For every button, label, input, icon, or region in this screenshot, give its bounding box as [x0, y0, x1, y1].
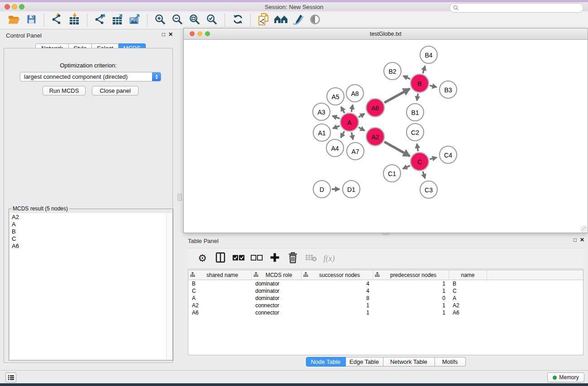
node-A8[interactable]: A8 — [346, 85, 363, 102]
table-row[interactable]: Bdominator41B — [188, 280, 583, 287]
memory-button[interactable]: Memory — [547, 372, 584, 382]
zoom-in-button[interactable] — [152, 13, 169, 28]
result-scrollbar[interactable] — [166, 213, 172, 359]
hide-annotations-button[interactable] — [289, 13, 306, 28]
edge-A-A7[interactable] — [352, 133, 353, 140]
import-table-button[interactable] — [66, 13, 83, 28]
zoom-out-button[interactable] — [169, 13, 186, 28]
mcds-result-item[interactable]: A6 — [10, 243, 166, 250]
column-header-MCDS-role[interactable]: MCDS role — [252, 270, 301, 280]
node-B3[interactable]: B3 — [440, 81, 457, 98]
edge-A-A3[interactable] — [332, 116, 339, 119]
import-network-button[interactable] — [48, 13, 66, 28]
edge-C-C3[interactable] — [423, 172, 425, 178]
open-session-button[interactable] — [5, 13, 23, 28]
tab-network-table[interactable]: Network Table — [383, 357, 435, 367]
tab-node-table[interactable]: Node Table — [306, 357, 346, 367]
home-button[interactable] — [272, 13, 289, 28]
node-A1[interactable]: A1 — [313, 124, 330, 141]
mcds-result-item[interactable]: B — [10, 228, 166, 235]
edge-C-C1[interactable] — [403, 166, 410, 169]
edge-B-B3[interactable] — [430, 86, 437, 87]
export-table-button[interactable] — [109, 13, 126, 28]
mcds-result-item[interactable]: A2 — [10, 214, 166, 221]
edge-A-A1[interactable] — [333, 126, 339, 129]
table-row[interactable]: A2connector11A2 — [188, 302, 583, 309]
node-A3[interactable]: A3 — [313, 103, 330, 120]
node-C1[interactable]: C1 — [383, 165, 401, 182]
select-all-button[interactable] — [230, 250, 247, 267]
delete-columns-button[interactable] — [285, 250, 301, 267]
tab-edge-table[interactable]: Edge Table — [346, 357, 383, 367]
column-header-predecessor-nodes[interactable]: predecessor nodes — [373, 270, 449, 280]
zoom-fit-button[interactable] — [186, 13, 203, 28]
close-panel-icon[interactable]: ✕ — [168, 31, 173, 38]
zoom-selected-button[interactable] — [203, 13, 220, 28]
graphics-details-button[interactable] — [306, 13, 324, 28]
edge-A-A8[interactable] — [351, 105, 353, 112]
search-input[interactable] — [461, 4, 583, 12]
gear-icon: ⚙ — [198, 253, 207, 263]
node-A4[interactable]: A4 — [326, 139, 344, 157]
node-D[interactable]: D — [313, 181, 330, 198]
node-C2[interactable]: C2 — [406, 124, 424, 141]
edge-A-A2[interactable] — [359, 127, 364, 131]
node-D1[interactable]: D1 — [343, 181, 360, 198]
edge-A2-C[interactable] — [384, 142, 410, 156]
edge-C-C4[interactable] — [430, 157, 436, 159]
table-settings-button[interactable]: ⚙ — [194, 250, 210, 267]
vertical-splitter-handle[interactable] — [177, 194, 182, 201]
node-A[interactable]: A — [340, 113, 359, 131]
create-column-button[interactable] — [267, 250, 283, 267]
node-C4[interactable]: C4 — [440, 146, 457, 163]
export-image-button[interactable] — [126, 13, 143, 28]
search-box[interactable] — [449, 3, 583, 13]
node-A2[interactable]: A2 — [366, 128, 384, 146]
node-C[interactable]: C — [411, 152, 429, 171]
close-table-panel-icon[interactable]: ✕ — [580, 237, 584, 243]
mcds-result-item[interactable]: C — [10, 235, 166, 243]
window-resize-grip[interactable] — [581, 226, 587, 232]
mcds-result-item[interactable]: A — [10, 221, 166, 228]
network-window-titlebar[interactable]: testGlobe.txt — [184, 29, 588, 40]
save-session-button[interactable] — [23, 13, 40, 28]
node-B2[interactable]: B2 — [384, 62, 401, 80]
table-row[interactable]: Cdominator41C — [188, 287, 583, 295]
close-panel-button[interactable]: Close panel — [92, 86, 139, 95]
tab-motifs[interactable]: Motifs — [435, 357, 466, 367]
edge-A6-B[interactable] — [384, 89, 410, 103]
deselect-all-button[interactable] — [249, 250, 265, 267]
edge-B-B4[interactable] — [423, 66, 425, 73]
run-mcds-button[interactable]: Run MCDS — [43, 86, 86, 95]
edge-C-C2[interactable] — [417, 144, 418, 152]
column-header-name[interactable]: name — [449, 270, 487, 280]
refresh-button[interactable] — [229, 13, 246, 28]
mcds-tab-content: Optimization criterion: largest connecte… — [4, 48, 173, 363]
table-row[interactable]: Adominator80A — [188, 295, 583, 302]
node-A6[interactable]: A6 — [366, 99, 384, 117]
edge-B-B2[interactable] — [403, 76, 410, 79]
edge-A-A5[interactable] — [341, 107, 344, 113]
edge-A-A4[interactable] — [341, 131, 344, 138]
node-B1[interactable]: B1 — [406, 104, 424, 121]
node-B[interactable]: B — [411, 74, 429, 92]
edge-B-B1[interactable] — [417, 94, 418, 101]
node-label: A1 — [318, 129, 325, 137]
task-history-button[interactable] — [5, 372, 16, 382]
criterion-dropdown[interactable]: largest connected component (directed) — [20, 72, 161, 81]
cell-shared-name: C — [188, 288, 252, 294]
float-table-panel-icon[interactable]: □ — [574, 237, 577, 243]
new-network-from-selection-button[interactable] — [255, 13, 272, 28]
float-panel-icon[interactable]: □ — [162, 31, 165, 38]
network-canvas[interactable]: AA1A2A3A4A5A6A7A8BB1B2B3B4CC1C2C3C4DD1 — [184, 40, 588, 233]
column-header-successor-nodes[interactable]: successor nodes — [301, 270, 373, 280]
node-A5[interactable]: A5 — [327, 88, 344, 105]
table-row[interactable]: A6connector11A6 — [188, 309, 583, 316]
show-columns-button[interactable] — [212, 250, 229, 267]
column-header-shared-name[interactable]: shared name — [188, 270, 252, 280]
node-A7[interactable]: A7 — [347, 143, 364, 160]
node-C3[interactable]: C3 — [420, 181, 437, 198]
export-network-button[interactable] — [91, 13, 109, 28]
node-B4[interactable]: B4 — [420, 46, 437, 63]
edge-A-A6[interactable] — [359, 114, 364, 117]
